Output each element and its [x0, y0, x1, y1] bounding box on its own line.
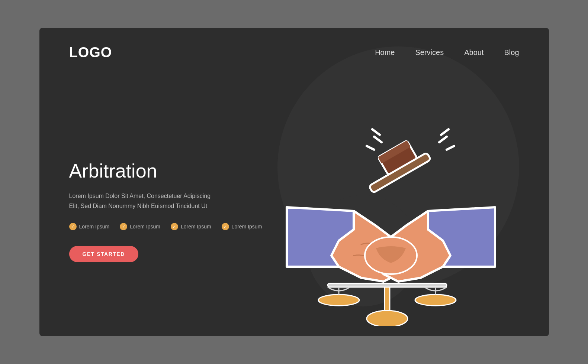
hero-description: Lorem Ipsum Dolor Sit Amet, Consectetuer…: [69, 191, 233, 211]
logo: LOGO: [69, 45, 112, 61]
check-icon-1: ✓: [69, 223, 77, 230]
svg-point-5: [415, 295, 456, 306]
feature-label-1: Lorem Ipsum: [79, 224, 110, 230]
get-started-button[interactable]: GET STARTED: [69, 246, 138, 262]
nav-item-about[interactable]: About: [464, 48, 483, 57]
feature-item-3: ✓ Lorem Ipsum: [171, 223, 211, 230]
gavel-group: [359, 135, 431, 193]
nav-item-services[interactable]: Services: [415, 48, 444, 57]
svg-line-11: [374, 137, 382, 142]
scales-group: [318, 283, 456, 326]
feature-item-4: ✓ Lorem Ipsum: [222, 223, 262, 230]
svg-line-12: [367, 146, 374, 150]
check-icon-3: ✓: [171, 223, 178, 230]
hero-features: ✓ Lorem Ipsum ✓ Lorem Ipsum ✓ Lorem Ipsu…: [69, 223, 263, 230]
svg-point-4: [318, 295, 359, 306]
feature-label-4: Lorem Ipsum: [232, 224, 262, 230]
navbar: LOGO Home Services About Blog: [39, 28, 549, 72]
nav-link-services[interactable]: Services: [415, 48, 444, 56]
nav-link-blog[interactable]: Blog: [504, 48, 519, 56]
check-icon-2: ✓: [120, 223, 127, 230]
nav-link-about[interactable]: About: [464, 48, 483, 56]
svg-line-14: [439, 137, 447, 142]
hero-left: Arbitration Lorem Ipsum Dolor Sit Amet, …: [69, 152, 263, 262]
arbitration-illustration: [264, 88, 517, 326]
nav-item-blog[interactable]: Blog: [504, 48, 519, 57]
illustration: [264, 88, 517, 326]
page-wrapper: LOGO Home Services About Blog Arbitratio…: [39, 28, 549, 336]
hero-title: Arbitration: [69, 160, 263, 182]
svg-line-15: [447, 146, 454, 150]
hero-right: [263, 83, 519, 332]
svg-line-16: [441, 129, 449, 135]
handshake-overlap: [365, 237, 417, 274]
hero-section: Arbitration Lorem Ipsum Dolor Sit Amet, …: [39, 72, 549, 332]
feature-item-2: ✓ Lorem Ipsum: [120, 223, 160, 230]
nav-item-home[interactable]: Home: [375, 48, 395, 57]
svg-line-13: [372, 129, 380, 135]
check-icon-4: ✓: [222, 223, 229, 230]
svg-point-2: [367, 311, 408, 326]
nav-links: Home Services About Blog: [375, 48, 519, 57]
feature-label-2: Lorem Ipsum: [130, 224, 160, 230]
nav-link-home[interactable]: Home: [375, 48, 395, 56]
feature-label-3: Lorem Ipsum: [181, 224, 211, 230]
svg-rect-3: [328, 283, 447, 287]
feature-item-1: ✓ Lorem Ipsum: [69, 223, 110, 230]
